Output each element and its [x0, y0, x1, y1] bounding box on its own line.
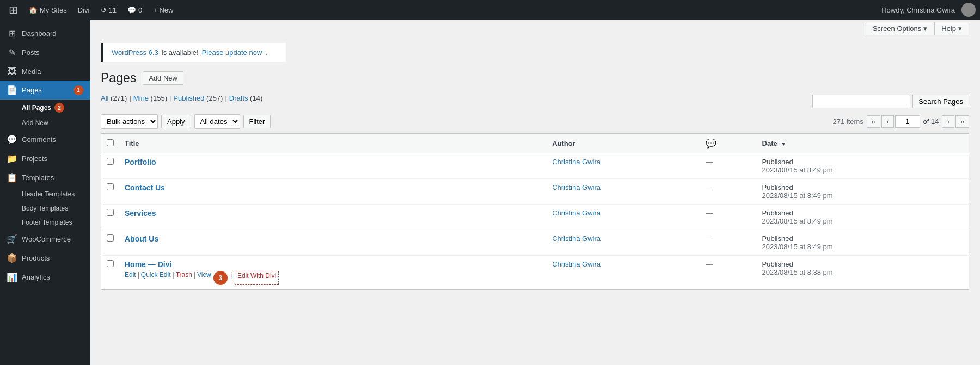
apply-button[interactable]: Apply [161, 115, 191, 128]
action-quick-edit[interactable]: Quick Edit [141, 271, 171, 285]
author-link[interactable]: Christina Gwira [552, 158, 601, 166]
screen-options-button[interactable]: Screen Options ▾ [866, 22, 935, 35]
row-comments-cell: — [700, 179, 757, 205]
comments-icon: 💬 [7, 134, 17, 145]
sidebar-item-body-templates[interactable]: Body Templates [0, 201, 90, 215]
table-row: About UsChristina Gwira—Published2023/08… [101, 230, 969, 256]
author-link[interactable]: Christina Gwira [552, 234, 601, 243]
row-checkbox[interactable] [107, 234, 114, 242]
add-new-button[interactable]: Add New [143, 71, 183, 85]
author-link[interactable]: Christina Gwira [552, 183, 601, 191]
update-notice: WordPress 6.3 is available! Please updat… [101, 43, 286, 62]
sidebar-item-templates[interactable]: 📋 Templates [0, 168, 90, 187]
sidebar-item-projects[interactable]: 📁 Projects [0, 149, 90, 168]
date-filter-select[interactable]: All dates [194, 114, 240, 129]
row-title-link[interactable]: Contact Us [125, 183, 165, 192]
author-link[interactable]: Christina Gwira [552, 260, 601, 268]
current-page-input[interactable] [895, 115, 920, 128]
row-author-cell: Christina Gwira [547, 153, 700, 179]
sidebar-item-dashboard[interactable]: ⊞ Dashboard [0, 24, 90, 43]
filter-mine[interactable]: Mine [133, 94, 149, 102]
row-checkbox[interactable] [107, 209, 114, 216]
action-edit-with-divi[interactable]: Edit With Divi [235, 271, 279, 285]
sidebar-item-pages[interactable]: 📄 Pages 1 [0, 81, 90, 100]
sidebar-item-comments[interactable]: 💬 Comments [0, 130, 90, 149]
dashboard-icon: ⊞ [7, 28, 17, 39]
author-link[interactable]: Christina Gwira [552, 209, 601, 217]
first-page-button[interactable]: « [867, 115, 880, 128]
search-input[interactable] [812, 95, 910, 108]
sidebar-item-analytics[interactable]: 📊 Analytics [0, 268, 90, 287]
analytics-icon: 📊 [7, 272, 17, 282]
sidebar-item-add-new[interactable]: Add New [0, 116, 90, 130]
my-sites-icon: 🏠 [29, 6, 38, 14]
submenu-label: All Pages [22, 104, 51, 112]
sidebar-item-products[interactable]: 📦 Products [0, 249, 90, 268]
next-page-button[interactable]: › [942, 115, 954, 128]
site-name-menu[interactable]: Divi [74, 0, 94, 20]
sidebar-item-header-templates[interactable]: Header Templates [0, 187, 90, 201]
filter-links: All (271) | Mine (155) | Published (257)… [101, 94, 262, 102]
posts-icon: ✎ [7, 47, 17, 58]
row-checkbox[interactable] [107, 158, 114, 165]
row-comments-cell: — [700, 230, 757, 256]
of-label: of 14 [923, 117, 939, 126]
action-trash[interactable]: Trash [176, 271, 192, 285]
row-date-cell: Published2023/08/15 at 8:49 pm [757, 230, 969, 256]
sidebar-item-label: Comments [22, 135, 56, 144]
templates-icon: 📋 [7, 172, 17, 183]
sidebar-item-woocommerce[interactable]: 🛒 WooCommerce [0, 230, 90, 249]
media-icon: 🖼 [7, 66, 17, 76]
row-title-cell: About Us [119, 230, 547, 256]
all-pages-badge: 2 [54, 103, 64, 113]
col-comments: 💬 [700, 134, 757, 153]
notice-middle-text: is available! [162, 48, 199, 57]
comments-menu[interactable]: 💬 0 [123, 0, 146, 20]
sidebar-item-all-pages[interactable]: All Pages 2 [0, 100, 90, 116]
notice-end: . [265, 48, 267, 57]
site-name-label: Divi [78, 6, 90, 14]
wp-logo[interactable]: ⊞ [4, 0, 22, 20]
filter-published[interactable]: Published [173, 94, 204, 102]
update-now-link[interactable]: Please update now [202, 48, 262, 57]
comments-col-icon: 💬 [706, 139, 716, 148]
updates-icon: ↺ [101, 6, 107, 14]
sidebar-item-label: Media [22, 67, 41, 76]
row-title-link[interactable]: About Us [125, 234, 158, 243]
action-view[interactable]: View [197, 271, 211, 285]
search-pages-button[interactable]: Search Pages [912, 95, 969, 108]
wordpress-version-link[interactable]: WordPress 6.3 [112, 48, 158, 57]
sidebar-item-label: Projects [22, 154, 47, 163]
screen-options-chevron: ▾ [923, 24, 927, 33]
bulk-actions-select[interactable]: Bulk actions [101, 114, 158, 129]
last-page-button[interactable]: » [955, 115, 969, 128]
row-title-link[interactable]: Home — Divi [125, 260, 171, 269]
my-sites-menu[interactable]: 🏠 My Sites [24, 0, 71, 20]
row-title-link[interactable]: Services [125, 209, 156, 218]
updates-menu[interactable]: ↺ 11 [96, 0, 121, 20]
sidebar-item-footer-templates[interactable]: Footer Templates [0, 215, 90, 230]
filter-drafts[interactable]: Drafts [229, 94, 248, 102]
row-title-cell: Contact Us [119, 179, 547, 205]
prev-page-button[interactable]: ‹ [881, 115, 893, 128]
row-checkbox[interactable] [107, 183, 114, 190]
select-all-checkbox[interactable] [107, 139, 114, 146]
row-author-cell: Christina Gwira [547, 256, 700, 290]
submenu-label: Body Templates [22, 205, 68, 212]
help-button[interactable]: Help ▾ [934, 22, 969, 35]
updates-count: 11 [109, 6, 117, 14]
filter-all[interactable]: All [101, 94, 108, 102]
row-date-cell: Published2023/08/15 at 8:49 pm [757, 179, 969, 205]
action-edit[interactable]: Edit [125, 271, 136, 285]
row-title-cell: Portfolio [119, 153, 547, 179]
admin-sidebar: ⊞ Dashboard ✎ Posts 🖼 Media 📄 Pages 1 Al… [0, 20, 90, 365]
row-checkbox[interactable] [107, 260, 114, 267]
new-content-menu[interactable]: + New [149, 0, 177, 20]
page-heading: Pages Add New [101, 71, 969, 85]
sidebar-item-posts[interactable]: ✎ Posts [0, 43, 90, 62]
sidebar-item-label: WooCommerce [22, 235, 71, 243]
row-date-cell: Published2023/08/15 at 8:49 pm [757, 153, 969, 179]
filter-button[interactable]: Filter [243, 115, 271, 128]
sidebar-item-media[interactable]: 🖼 Media [0, 62, 90, 81]
row-title-link[interactable]: Portfolio [125, 158, 156, 166]
